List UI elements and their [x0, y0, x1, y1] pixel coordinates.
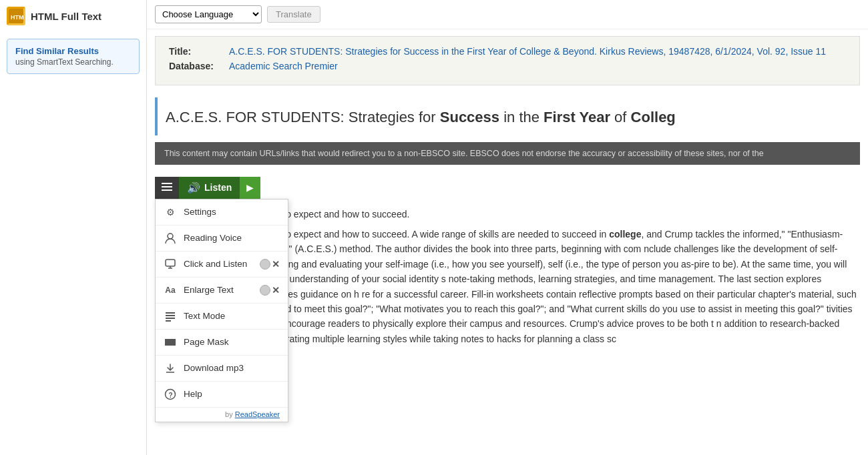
reading-voice-label: Reading Voice	[184, 233, 242, 243]
html-icon: HTML	[7, 7, 25, 25]
svg-rect-2	[162, 183, 172, 184]
click-listen-icon	[164, 258, 177, 271]
sidebar-header: HTML HTML Full Text	[7, 7, 140, 25]
rs-menu-item-click-and-listen[interactable]: Click and Listen ✕	[156, 252, 288, 278]
article-body: A.C.E.S. FOR STUDENTS: Strategies for Su…	[147, 92, 868, 455]
speaker-icon: 🔊	[187, 181, 200, 194]
svg-text:?: ?	[169, 391, 173, 398]
rs-dropdown-menu: ⚙ Settings Reading Voice	[155, 199, 288, 422]
toggle-circle	[260, 259, 270, 270]
toggle-x-icon-2: ✕	[272, 285, 280, 296]
main-content: Choose Language Spanish French German Ch…	[147, 0, 868, 455]
enlarge-text-toggle[interactable]: ✕	[260, 285, 280, 296]
readspeaker-widget: 🔊 Listen ▶ ⚙ Settings	[155, 171, 288, 199]
rs-menu-item-settings[interactable]: ⚙ Settings	[156, 199, 288, 225]
rs-menu-item-page-mask[interactable]: Page Mask	[156, 330, 288, 356]
toggle-x-icon: ✕	[272, 259, 280, 270]
click-listen-label: Click and Listen	[184, 259, 247, 269]
top-bar: Choose Language Spanish French German Ch…	[147, 0, 868, 29]
database-label: Database:	[169, 61, 229, 71]
reading-voice-icon	[164, 232, 177, 245]
rs-menu-button[interactable]	[155, 177, 179, 199]
svg-rect-4	[162, 189, 172, 191]
title-value[interactable]: A.C.E.S. FOR STUDENTS: Strategies for Su…	[229, 46, 826, 57]
title-row: Title: A.C.E.S. FOR STUDENTS: Strategies…	[169, 46, 846, 57]
enlarge-text-label: Enlarge Text	[184, 285, 234, 295]
language-select[interactable]: Choose Language Spanish French German Ch…	[155, 5, 262, 23]
rs-play-button[interactable]: ▶	[240, 177, 260, 199]
help-label: Help	[184, 389, 202, 399]
svg-rect-11	[166, 318, 175, 319]
text-mode-label: Text Mode	[184, 311, 225, 321]
rs-footer: by ReadSpeaker	[156, 408, 288, 422]
svg-rect-9	[166, 312, 175, 314]
article-heading: A.C.E.S. FOR STUDENTS: Strategies for Su…	[155, 97, 860, 135]
disclaimer-bar: This content may contain URLs/links that…	[155, 142, 860, 165]
svg-rect-13	[165, 339, 176, 346]
find-similar-sub: using SmartText Searching.	[15, 57, 114, 67]
svg-rect-6	[166, 260, 175, 266]
find-similar-link[interactable]: Find Similar Results	[15, 46, 131, 56]
title-label: Title:	[169, 46, 229, 57]
page-mask-label: Page Mask	[184, 337, 229, 347]
text-mode-icon	[164, 310, 177, 323]
rs-widget-buttons: 🔊 Listen ▶	[155, 177, 288, 199]
readspeaker-link[interactable]: ReadSpeaker	[235, 410, 280, 418]
database-row: Database: Academic Search Premier	[169, 61, 846, 71]
page-mask-icon	[164, 336, 177, 349]
svg-point-5	[168, 234, 173, 239]
enlarge-text-icon: Aa	[164, 284, 177, 297]
svg-text:HTML: HTML	[11, 14, 23, 21]
svg-rect-10	[166, 315, 175, 316]
settings-icon: ⚙	[164, 205, 177, 219]
rs-menu-item-text-mode[interactable]: Text Mode	[156, 304, 288, 330]
article-info-box: Title: A.C.E.S. FOR STUDENTS: Strategies…	[155, 36, 860, 85]
rs-menu-item-download-mp3[interactable]: Download mp3	[156, 356, 288, 382]
sidebar: HTML HTML Full Text Find Similar Results…	[0, 0, 147, 455]
help-icon: ?	[164, 388, 177, 401]
rs-menu-item-enlarge-text[interactable]: Aa Enlarge Text ✕	[156, 278, 288, 304]
svg-rect-3	[162, 186, 172, 187]
sidebar-title-text: HTML Full Text	[31, 11, 101, 22]
toggle-circle-2	[260, 285, 270, 296]
click-listen-toggle[interactable]: ✕	[260, 259, 280, 270]
rs-listen-button[interactable]: 🔊 Listen	[179, 177, 240, 199]
rs-menu-item-reading-voice[interactable]: Reading Voice	[156, 225, 288, 252]
database-value[interactable]: Academic Search Premier	[229, 61, 338, 71]
find-similar-box[interactable]: Find Similar Results using SmartText Sea…	[7, 39, 140, 74]
settings-label: Settings	[184, 207, 216, 217]
translate-button[interactable]: Translate	[267, 6, 320, 23]
download-mp3-label: Download mp3	[184, 363, 244, 373]
download-mp3-icon	[164, 362, 177, 375]
svg-rect-12	[166, 320, 171, 322]
rs-menu-item-help[interactable]: ? Help	[156, 382, 288, 408]
